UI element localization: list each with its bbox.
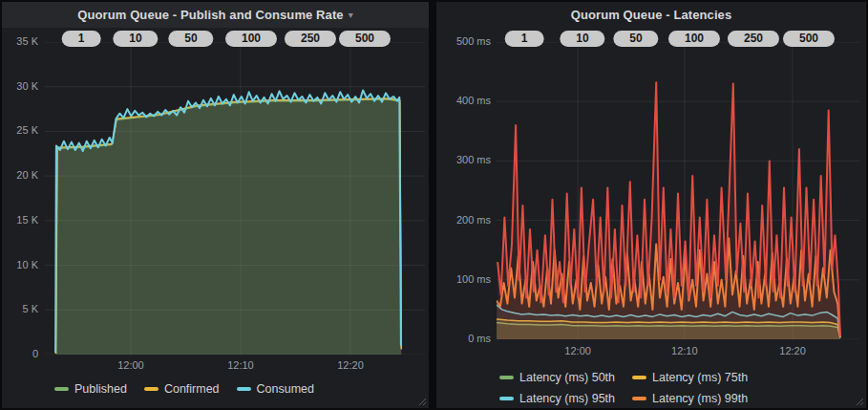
- y-axis-labels: 0 ms100 ms200 ms300 ms400 ms500 ms: [436, 2, 491, 408]
- annotation-markers: 11050100250500: [2, 31, 429, 47]
- panel-latencies: Quorum Queue - Latencies 0 ms100 ms200 m…: [436, 2, 866, 408]
- chart-legend: PublishedConfirmedConsumed: [54, 380, 422, 398]
- x-tick-label: 12:20: [779, 345, 806, 356]
- legend-series-label: Consumed: [257, 382, 314, 396]
- series-fill-latency-ms-99-9th: [498, 82, 840, 339]
- annotation-pill-50[interactable]: 50: [168, 31, 213, 47]
- legend-series-color-icon: [144, 387, 159, 391]
- annotation-pill-100[interactable]: 100: [225, 31, 277, 47]
- annotation-pill-10[interactable]: 10: [113, 31, 158, 47]
- legend-item-published[interactable]: Published: [54, 380, 127, 398]
- series-fill-consumed: [55, 91, 401, 356]
- chart-legend: Latency (ms) 50thLatency (ms) 75thLatenc…: [499, 369, 857, 410]
- annotation-pill-50[interactable]: 50: [613, 31, 658, 47]
- legend-item-consumed[interactable]: Consumed: [237, 380, 314, 398]
- y-tick-label: 20 K: [16, 169, 38, 181]
- y-tick-label: 25 K: [16, 124, 38, 136]
- y-axis-labels: 05 K10 K15 K20 K25 K30 K35 K: [2, 2, 38, 408]
- x-axis-labels: 12:0012:1012:20: [45, 359, 425, 373]
- legend-item-latency-ms-99th[interactable]: Latency (ms) 99th: [632, 390, 748, 407]
- panel-title[interactable]: Quorum Queue - Publish and Consume Rate: [77, 8, 343, 22]
- legend-series-color-icon: [237, 387, 251, 391]
- legend-item-latency-ms-50th[interactable]: Latency (ms) 50th: [499, 369, 615, 386]
- annotation-pill-1[interactable]: 1: [505, 31, 544, 47]
- legend-series-color-icon: [499, 376, 514, 379]
- legend-item-confirmed[interactable]: Confirmed: [144, 380, 220, 398]
- legend-series-label: Latency (ms) 50th: [519, 371, 615, 384]
- annotation-pill-1[interactable]: 1: [62, 31, 101, 47]
- x-tick-label: 12:00: [564, 345, 591, 356]
- y-tick-label: 10 K: [16, 259, 38, 270]
- annotation-pill-500[interactable]: 500: [339, 31, 391, 47]
- y-tick-label: 100 ms: [456, 273, 491, 285]
- legend-series-label: Latency (ms) 95th: [519, 392, 615, 405]
- legend-series-label: Confirmed: [164, 382, 220, 396]
- x-tick-label: 12:10: [227, 359, 254, 371]
- y-tick-label: 0: [32, 348, 38, 359]
- annotation-pill-10[interactable]: 10: [560, 31, 604, 47]
- legend-series-color-icon: [632, 376, 646, 379]
- x-axis-labels: 12:0012:1012:20: [497, 345, 859, 358]
- panel-header[interactable]: Quorum Queue - Latencies: [436, 2, 866, 28]
- y-tick-label: 300 ms: [456, 154, 491, 165]
- legend-series-label: Published: [74, 382, 127, 396]
- y-tick-label: 15 K: [16, 214, 38, 226]
- legend-item-latency-ms-75th[interactable]: Latency (ms) 75th: [632, 369, 748, 386]
- panel-publish-consume-rate: Quorum Queue - Publish and Consume Rate …: [2, 2, 429, 408]
- annotation-pill-250[interactable]: 250: [285, 31, 336, 47]
- annotation-pill-100[interactable]: 100: [668, 31, 720, 47]
- chart-plot-area[interactable]: [497, 42, 859, 339]
- panel-title[interactable]: Quorum Queue - Latencies: [571, 8, 732, 22]
- x-tick-label: 12:20: [337, 359, 364, 371]
- annotation-pill-250[interactable]: 250: [728, 31, 779, 47]
- chart-plot-area[interactable]: [45, 42, 425, 355]
- y-tick-label: 5 K: [22, 303, 38, 314]
- y-tick-label: 30 K: [16, 80, 38, 92]
- annotation-pill-500[interactable]: 500: [783, 31, 835, 47]
- dashboard: Quorum Queue - Publish and Consume Rate …: [0, 0, 868, 410]
- legend-series-color-icon: [632, 397, 646, 400]
- annotation-markers: 11050100250500: [436, 31, 866, 47]
- panel-resize-handle[interactable]: [418, 398, 427, 406]
- chevron-down-icon[interactable]: ▾: [349, 11, 353, 20]
- legend-item-latency-ms-95th[interactable]: Latency (ms) 95th: [499, 390, 615, 407]
- legend-series-label: Latency (ms) 75th: [652, 371, 748, 384]
- legend-series-label: Latency (ms) 99th: [652, 392, 748, 405]
- legend-series-color-icon: [499, 397, 514, 400]
- legend-series-color-icon: [54, 387, 69, 391]
- y-tick-label: 400 ms: [456, 95, 491, 106]
- y-tick-label: 0 ms: [468, 333, 491, 344]
- panel-resize-handle[interactable]: [856, 398, 864, 406]
- y-tick-label: 200 ms: [456, 214, 491, 226]
- x-tick-label: 12:00: [117, 359, 144, 371]
- x-tick-label: 12:10: [671, 345, 698, 356]
- panel-header[interactable]: Quorum Queue - Publish and Consume Rate …: [2, 2, 429, 28]
